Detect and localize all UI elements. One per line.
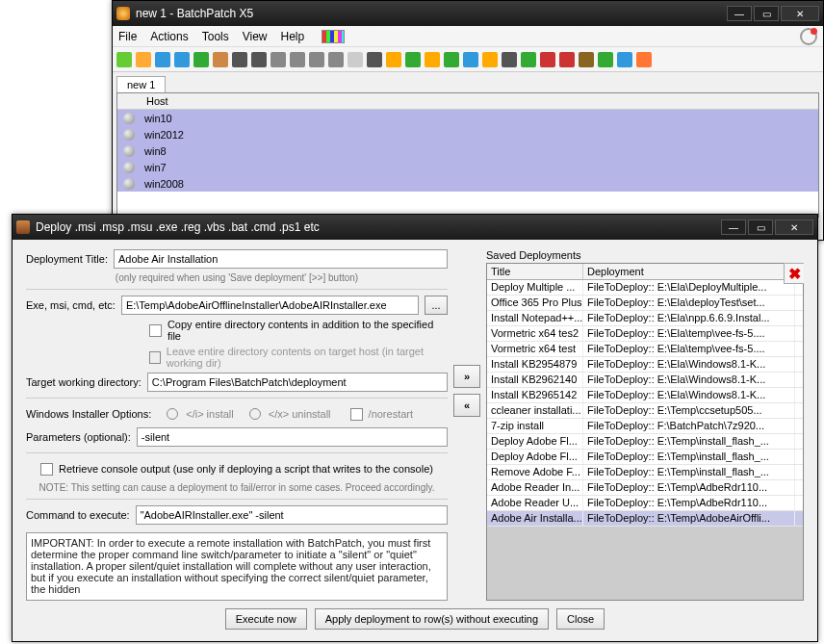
titlebar[interactable]: Deploy .msi .msp .msu .exe .reg .vbs .ba… — [13, 215, 817, 240]
host-row[interactable]: win8 — [117, 142, 818, 159]
patch-brown-icon[interactable] — [579, 52, 594, 67]
exe-path-input[interactable] — [121, 296, 419, 315]
checkbox-norestart[interactable] — [350, 408, 363, 421]
stop-icon[interactable] — [251, 52, 267, 67]
saved-deployment-row[interactable]: Adobe Reader U...FileToDeploy:: E:\Temp\… — [487, 496, 803, 511]
maximize-button[interactable]: ▭ — [754, 6, 779, 21]
titlebar[interactable]: new 1 - BatchPatch X5 — ▭ ✕ — [113, 1, 823, 26]
saved-deployment-row[interactable]: Adobe Air Installa...FileToDeploy:: E:\T… — [487, 511, 803, 527]
host-row[interactable]: win2012 — [117, 126, 818, 142]
diamond-icon[interactable] — [386, 52, 401, 67]
saved-deployment-row[interactable]: ccleaner installati...FileToDeploy:: E:\… — [487, 403, 803, 419]
x-orange-icon[interactable] — [636, 52, 652, 67]
minimize-button[interactable]: — — [727, 6, 752, 21]
saved-deployment-row[interactable]: Vormetric x64 tes2FileToDeploy:: E:\Ela\… — [487, 326, 803, 342]
clock-icon[interactable] — [309, 52, 324, 67]
saved-deployment-row[interactable]: Install KB2954879FileToDeploy:: E:\Ela\W… — [487, 357, 803, 373]
document-icon[interactable] — [348, 52, 363, 67]
refresh-icon[interactable] — [425, 52, 440, 67]
patch-red-icon[interactable] — [559, 52, 575, 67]
close-dialog-button[interactable]: Close — [556, 608, 605, 630]
upload-icon[interactable] — [463, 52, 478, 67]
host-row[interactable]: win10 — [117, 110, 818, 126]
checkbox-retrieve-console[interactable] — [40, 463, 53, 476]
radio-uninstall[interactable] — [249, 408, 261, 420]
window-title: Deploy .msi .msp .msu .exe .reg .vbs .ba… — [36, 220, 721, 234]
tab-new1[interactable]: new 1 — [116, 76, 166, 92]
schedule-icon[interactable] — [290, 52, 305, 67]
gear-icon[interactable] — [328, 52, 344, 67]
plus-icon[interactable] — [193, 52, 209, 67]
host-row[interactable]: win2008 — [117, 175, 818, 192]
cell-title: Install KB2962140 — [487, 373, 583, 387]
saved-deployment-row[interactable]: Remove Adobe F...FileToDeploy:: E:\Temp\… — [487, 465, 803, 480]
color-grid-icon[interactable] — [322, 30, 345, 43]
saved-deployment-row[interactable]: 7-zip installFileToDeploy:: F:\BatchPatc… — [487, 419, 803, 434]
saved-deployment-row[interactable]: Install Notepad++...FileToDeploy:: E:\El… — [487, 311, 803, 326]
menu-help[interactable]: Help — [281, 30, 305, 43]
host-row[interactable]: win7 — [117, 159, 818, 175]
saved-deployment-row[interactable]: Office 365 Pro PlusFileToDeploy:: E:\Ela… — [487, 296, 803, 311]
folder-icon[interactable] — [136, 52, 151, 67]
close-button[interactable]: ✕ — [775, 219, 813, 235]
deployment-title-input[interactable] — [114, 249, 448, 269]
saved-deployment-row[interactable]: Deploy Adobe Fl...FileToDeploy:: E:\Temp… — [487, 450, 803, 465]
target-dir-input[interactable] — [147, 373, 448, 392]
saved-deployment-row[interactable]: Deploy Multiple ...FileToDeploy:: E:\Ela… — [487, 280, 803, 296]
menu-view[interactable]: View — [243, 30, 268, 43]
load-deployment-button[interactable]: « — [453, 394, 480, 417]
cell-deployment: FileToDeploy:: E:\Temp\ccsetup505... — [583, 403, 795, 418]
execute-now-button[interactable]: Execute now — [225, 608, 307, 630]
saved-deployment-row[interactable]: Vormetric x64 testFileToDeploy:: E:\Ela\… — [487, 342, 803, 357]
checkbox-copy-dir[interactable] — [149, 324, 162, 337]
pin-icon[interactable] — [367, 52, 382, 67]
radio-install[interactable] — [167, 408, 178, 420]
host-name: win8 — [144, 145, 167, 157]
cell-title: Adobe Reader U... — [487, 496, 583, 510]
command-input[interactable] — [136, 505, 448, 525]
cell-title: Remove Adobe F... — [487, 465, 583, 479]
menu-tools[interactable]: Tools — [202, 30, 229, 43]
flag-icon[interactable] — [116, 52, 132, 67]
grid-header-host[interactable]: Host — [117, 93, 818, 110]
maximize-button[interactable]: ▭ — [748, 219, 773, 235]
globe-green-icon[interactable] — [405, 52, 421, 67]
earth-icon[interactable] — [617, 52, 632, 67]
bug-icon[interactable] — [540, 52, 555, 67]
saved-deployment-row[interactable]: Install KB2965142FileToDeploy:: E:\Ela\W… — [487, 388, 803, 403]
delete-deployment-button[interactable]: ✖ — [784, 263, 804, 284]
patch-green-icon[interactable] — [598, 52, 613, 67]
notes-textarea[interactable]: IMPORTANT: In order to execute a remote … — [26, 532, 448, 601]
cell-deployment: FileToDeploy:: E:\Ela\deployTest\set... — [583, 296, 795, 310]
cell-deployment: FileToDeploy:: E:\Ela\temp\vee-fs-5.... — [583, 326, 795, 341]
col-title[interactable]: Title — [487, 264, 583, 279]
unlock-icon[interactable] — [482, 52, 498, 67]
play-icon[interactable] — [232, 52, 247, 67]
stopwatch-icon[interactable] — [270, 52, 286, 67]
col-deployment[interactable]: Deployment — [583, 264, 795, 279]
cell-deployment: FileToDeploy:: E:\Temp\AdbeRdr110... — [583, 480, 795, 495]
cell-title: Vormetric x64 test — [487, 342, 583, 356]
clock-alert-icon[interactable] — [800, 28, 817, 45]
saved-deployments-grid[interactable]: ✖ Title Deployment Deploy Multiple ...Fi… — [486, 263, 804, 601]
save-deployment-button[interactable]: » — [453, 365, 480, 388]
minimize-button[interactable]: — — [721, 219, 746, 235]
parameters-input[interactable] — [137, 427, 448, 447]
label-exe: Exe, msi, cmd, etc: — [26, 299, 116, 311]
host-grid[interactable]: Host win10win2012win8win7win2008 — [116, 92, 819, 218]
cell-deployment: FileToDeploy:: E:\Temp\install_flash_... — [583, 434, 795, 449]
save-icon[interactable] — [155, 52, 170, 67]
saved-deployment-row[interactable]: Deploy Adobe Fl...FileToDeploy:: E:\Temp… — [487, 434, 803, 450]
saved-deployment-row[interactable]: Install KB2962140FileToDeploy:: E:\Ela\W… — [487, 373, 803, 388]
download-icon[interactable] — [444, 52, 459, 67]
apply-to-rows-button[interactable]: Apply deployment to row(s) without execu… — [315, 608, 549, 630]
network-icon[interactable] — [213, 52, 228, 67]
copy-icon[interactable] — [174, 52, 190, 67]
saved-deployment-row[interactable]: Adobe Reader In...FileToDeploy:: E:\Temp… — [487, 480, 803, 496]
browse-button[interactable]: ... — [425, 296, 448, 315]
menu-actions[interactable]: Actions — [150, 30, 188, 43]
menu-file[interactable]: File — [118, 30, 137, 43]
target-icon[interactable] — [502, 52, 517, 67]
dots-icon[interactable] — [521, 52, 536, 67]
close-button[interactable]: ✕ — [781, 6, 819, 21]
